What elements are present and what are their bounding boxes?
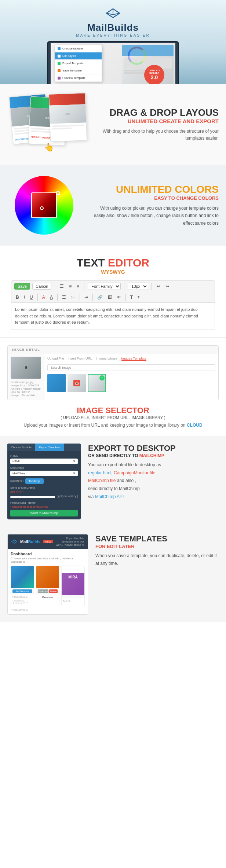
indent-button[interactable]: ⇥ bbox=[83, 294, 90, 301]
mira-label: MIRA bbox=[62, 573, 84, 581]
align-right-button[interactable]: ≡ bbox=[75, 283, 81, 290]
drag-drop-subtitle: UNLIMITED CREATE AND EXPORT bbox=[95, 118, 219, 124]
template-img-1 bbox=[11, 566, 34, 588]
menu-popup: Choose Module ✎ Edit Styles Export Templ… bbox=[54, 45, 102, 82]
image-grid-item-2[interactable]: 📅 bbox=[68, 374, 86, 392]
underline-button[interactable]: U bbox=[28, 294, 34, 301]
export-text: EXPORT TO DESKTOP OR SEND DIRECTLY TO MA… bbox=[88, 444, 219, 501]
format-select[interactable]: HTML▼ bbox=[10, 459, 78, 464]
colors-title: UNLIMITED COLORS bbox=[88, 184, 219, 195]
laptop-area: Choose Module ✎ Edit Styles Export Templ… bbox=[47, 41, 179, 84]
editor-subtitle: WYSWYG bbox=[11, 269, 215, 275]
italic-button[interactable]: I bbox=[22, 294, 26, 301]
export-panel-area: Choose Module Export Template HTML HTML▼… bbox=[7, 444, 81, 519]
image-panel-body: 📱 header-image.jpg Image Size : 600x203 … bbox=[8, 354, 218, 400]
undo-button[interactable]: ↩ bbox=[155, 283, 162, 290]
menu-item-module[interactable]: Choose Module bbox=[55, 45, 102, 52]
toolbar-divider-9 bbox=[125, 294, 126, 301]
export-desktop-button[interactable]: Desktop bbox=[25, 478, 43, 484]
hero-subtitle: MAKE EVERYTHING EASIER bbox=[0, 33, 226, 37]
menu-item-preview[interactable]: Preview Template bbox=[55, 74, 102, 82]
delete-button[interactable]: Delete bbox=[49, 589, 58, 593]
required-label: * Required for send to MailChimp bbox=[10, 505, 78, 508]
image-showhide: Image : Show/Hide bbox=[11, 394, 41, 397]
image-grid-item-1[interactable] bbox=[47, 374, 66, 392]
tab-images-library[interactable]: Images Library bbox=[96, 357, 118, 361]
redo-button[interactable]: ↪ bbox=[164, 283, 171, 290]
export-menu-export-template[interactable]: Export Template bbox=[35, 444, 64, 451]
subheading-button[interactable]: T bbox=[136, 295, 141, 300]
heading-button[interactable]: T bbox=[129, 294, 134, 301]
image-thumbnail: 📱 bbox=[11, 357, 41, 379]
export-menu-choose-module[interactable]: Choose Module bbox=[7, 444, 35, 451]
send-to-mailchimp-label: Send to MailChimp bbox=[10, 486, 78, 489]
colors-subtitle: EASY TO CHANGE COLORS bbox=[88, 195, 219, 201]
api-key-row: [ get your api key ] bbox=[10, 495, 78, 499]
hero-logo bbox=[0, 7, 226, 21]
menu-item-edit[interactable]: ✎ Edit Styles bbox=[55, 52, 102, 60]
api-key-input[interactable] bbox=[10, 496, 55, 498]
image-grid-item-3[interactable]: ✓ bbox=[88, 374, 106, 392]
tab-insert-url[interactable]: Insert From URL bbox=[68, 357, 92, 361]
drag-drop-section: IMG PRODUCT DESIGN IMG PRODUCT DE bbox=[0, 84, 226, 165]
bold-button[interactable]: B bbox=[14, 294, 21, 301]
menu-item-save[interactable]: Save Template bbox=[55, 67, 102, 74]
campaign-monitor-link[interactable]: CampaignMonitor file bbox=[114, 470, 155, 475]
ordered-list-button[interactable]: ≔ bbox=[69, 294, 77, 301]
image-panel: IMAGE DETAIL 📱 header-image.jpg Image Si… bbox=[7, 345, 219, 400]
save-logo-icon bbox=[11, 539, 17, 544]
image-selector-title: IMAGE SELECTOR bbox=[7, 406, 219, 415]
list-button[interactable]: ☰ bbox=[61, 294, 68, 301]
color-picker-square[interactable] bbox=[31, 192, 57, 218]
colors-text: UNLIMITED COLORS EASY TO CHANGE COLORS W… bbox=[81, 184, 219, 227]
menu-item-export[interactable]: Export Template bbox=[55, 60, 102, 67]
editor-content-area[interactable]: Lorem ipsum dolor sit amet, consetetur s… bbox=[11, 303, 215, 330]
link-button[interactable]: 🔗 bbox=[96, 294, 104, 301]
image-selector-description: Upload your images or insert from URL an… bbox=[7, 422, 219, 429]
font-color-button[interactable]: A bbox=[41, 294, 47, 301]
template-gallery: Edit Template ProductMail2 Created at4 M… bbox=[11, 566, 85, 606]
regular-html-link[interactable]: regular html bbox=[88, 470, 111, 475]
hero-title: MailBuilds bbox=[0, 22, 226, 33]
eye-button[interactable]: 👁 bbox=[115, 294, 123, 301]
template-item-1: Edit Template ProductMail2 Created at4 M… bbox=[11, 566, 34, 606]
cancel-button[interactable]: Cancel bbox=[32, 283, 51, 290]
highlight-button[interactable]: A̲ bbox=[48, 294, 54, 301]
save-panel: MailBuilds NEW If you like this template… bbox=[7, 534, 88, 615]
colors-section: UNLIMITED COLORS EASY TO CHANGE COLORS W… bbox=[0, 165, 226, 246]
send-to-mailchimp-button[interactable]: Send to MailChimp bbox=[10, 510, 78, 516]
image-search-input[interactable] bbox=[47, 364, 215, 371]
toolbar-divider-4 bbox=[152, 283, 152, 290]
toolbar-divider-3 bbox=[124, 283, 124, 290]
edit-template-button[interactable]: Edit Template bbox=[12, 589, 32, 593]
toolbar-divider-7 bbox=[80, 294, 80, 301]
export-to-label: Export to : bbox=[10, 479, 23, 482]
editor-toolbar-row1: Save Cancel ☰ ≡ ≡ Font Family 13px ↩ ↪ bbox=[11, 280, 215, 292]
template-item-2: Duplicate Delete Preview bbox=[36, 566, 59, 606]
template-date-1: Created at4 March 2018 bbox=[11, 599, 34, 606]
tab-images-template[interactable]: Images Template bbox=[121, 357, 146, 361]
toolbar-divider-1 bbox=[55, 283, 55, 290]
duplicate-button[interactable]: Duplicate bbox=[38, 589, 48, 593]
save-panel-content: Dashboard Choose your saved template and… bbox=[8, 549, 88, 614]
font-size-select[interactable]: 13px bbox=[128, 283, 148, 290]
mailchimp-api-link[interactable]: MailChimp API bbox=[95, 494, 124, 499]
mailchimp-select[interactable]: MailChimp▼ bbox=[10, 471, 78, 476]
mailchimp-file-link[interactable]: MailChimp file bbox=[88, 478, 116, 483]
export-panel: Choose Module Export Template HTML HTML▼… bbox=[7, 444, 81, 519]
save-logo-text: MailBuilds bbox=[20, 540, 40, 544]
image-tabs: Upload File Insert From URL Images Libra… bbox=[47, 357, 215, 361]
font-family-select[interactable]: Font Family bbox=[88, 283, 121, 290]
drag-drop-visuals: IMG PRODUCT DESIGN IMG PRODUCT DE bbox=[7, 93, 88, 156]
tab-upload-file[interactable]: Upload File bbox=[47, 357, 64, 361]
save-panel-header: MailBuilds NEW If you like this template… bbox=[8, 534, 88, 549]
align-center-button[interactable]: ≡ bbox=[68, 283, 73, 290]
save-button[interactable]: Save bbox=[14, 283, 30, 290]
image-button[interactable]: 🖼 bbox=[106, 294, 113, 301]
module-icon bbox=[58, 47, 61, 50]
save-templates-section: MailBuilds NEW If you like this template… bbox=[0, 527, 226, 622]
export-section: Choose Module Export Template HTML HTML▼… bbox=[0, 436, 226, 527]
image-selected-check: ✓ bbox=[99, 375, 105, 380]
align-left-button[interactable]: ☰ bbox=[58, 283, 65, 290]
html-label: HTML bbox=[10, 454, 78, 457]
